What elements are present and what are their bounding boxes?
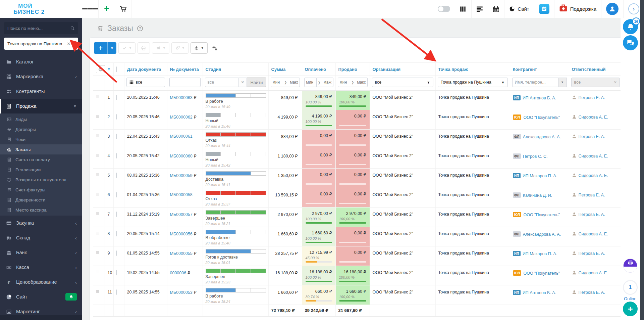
drag-handle-icon[interactable]: ≡ [96,94,99,100]
sidebar-item-склад[interactable]: Склад‹ [0,230,82,245]
contragent-link[interactable]: Калинина Д. И. [523,193,552,198]
sidebar-item-лиды[interactable]: Лиды [0,114,82,124]
contragent-link[interactable]: ИП Антонов Б. А. [523,96,556,100]
calendar-button[interactable] [488,0,504,18]
site-button[interactable]: Сайт [504,0,534,18]
row-checkbox[interactable] [116,270,117,275]
clear-icon[interactable]: ✕ [66,38,72,50]
cart-button[interactable] [115,0,131,18]
responsible-link[interactable]: Петрова Е. А. [579,212,605,217]
table-row[interactable]: ≡420.05.2025 15:42МБ0000060₽Новый20 мая … [93,149,622,169]
chat-button[interactable] [623,35,638,50]
menu-search[interactable] [4,22,78,34]
sidebar-item-договоры[interactable]: Договоры [0,124,82,134]
doc-number-link[interactable]: МБ0000057 [170,212,193,217]
help-icon[interactable]: ? [137,25,143,32]
sidebar-item-контрагенты[interactable]: Контрагенты [0,84,82,99]
point-filter-select[interactable]: Точка продаж на Пушкина▼ [438,78,508,87]
find-button[interactable]: Найти [247,78,266,87]
col-header-sum[interactable]: Сумма [268,63,302,76]
sidebar-item-закупка[interactable]: Закупка‹ [0,216,82,230]
sidebar-item-чеки[interactable]: Чеки [0,134,82,144]
contragent-dropdown-button[interactable]: ▼ [558,78,567,87]
sum-min-input[interactable] [271,78,283,87]
responsible-link[interactable]: Сидорова А. Е. [579,173,608,178]
online-count-widget[interactable]: 1 [623,280,638,295]
doc-number-link[interactable]: МБ0000058 [170,192,193,197]
table-row[interactable]: ≡601.04.2025 15:36МБ0000058Отказ20 мая в… [93,188,622,208]
trash-icon[interactable] [97,25,104,32]
table-row[interactable]: ≡901.05.2025 14:55МБ0000055₽Готов к дост… [93,246,622,266]
profile-button[interactable] [601,0,623,18]
col-header-org[interactable]: Организация [370,63,435,76]
print-button[interactable] [138,42,150,54]
responsible-link[interactable]: Петрова Е. А. [579,95,605,100]
col-header-date[interactable]: Дата документа [124,63,167,76]
menu-toggle-button[interactable] [82,0,99,18]
date-filter[interactable]: все [126,78,165,87]
sidebar-item-доверенности[interactable]: Доверенности [0,195,82,205]
contragent-link[interactable]: ИП Макаров П. А. [523,252,557,256]
contragent-link[interactable]: Александрова А. А. [523,232,561,237]
row-checkbox[interactable] [116,231,117,236]
theme-toggle[interactable] [433,0,455,18]
doc-number-link[interactable]: МБ0000053 [170,290,193,295]
contragent-filter-input[interactable] [512,78,558,87]
drag-handle-icon[interactable]: ≡ [96,152,99,158]
row-checkbox[interactable] [116,289,117,295]
drag-handle-icon[interactable]: ≡ [96,211,99,217]
table-row[interactable]: ≡120.05.2025 15:46МБ0000063₽В работе20 м… [93,91,622,110]
floating-add-button[interactable]: + [623,302,638,316]
doc-number-link[interactable]: МБ0000060 [170,154,193,158]
col-header-sold[interactable]: Продано [335,63,370,76]
attach-button[interactable]: ▼ [171,42,189,54]
row-checkbox[interactable] [116,134,117,139]
add-order-button[interactable]: + [94,42,107,54]
send-button[interactable]: ▼ [152,42,169,54]
row-checkbox[interactable] [116,114,117,120]
doc-number-link[interactable]: 0000006 [170,271,186,275]
select-all-checkbox[interactable] [116,66,117,72]
contragent-link[interactable]: ИП Макаров П. А. [523,174,557,178]
responsible-link[interactable]: Петрова Е. А. [579,251,605,256]
visitors-widget[interactable] [623,259,637,273]
support-button[interactable]: Поддержка [554,0,601,18]
responsible-link[interactable]: Сидорова А. Е. [579,232,608,236]
contragent-link[interactable]: ООО "Покупатель" [523,271,560,276]
row-checkbox[interactable] [116,250,117,256]
doc-number-filter-input[interactable] [169,78,201,87]
col-header-doc[interactable]: № документа [167,63,203,76]
contragent-link[interactable]: Александрова А. А. [523,135,561,139]
table-row[interactable]: ≡731.12.2024 15:19МБ0000057₽Завершен20 м… [93,208,622,227]
table-row[interactable]: ≡220.05.2025 15:46МБ0000062₽Новый20 мая … [93,110,622,130]
responsible-link[interactable]: Петрова Е. А. [579,290,605,295]
sales-point-select[interactable]: Точка продаж на Пушкина ✕ ▼ [4,38,78,50]
col-header-responsible[interactable]: Ответственный [569,63,622,76]
sidebar-item-счет-фактуры[interactable]: Счет-фактуры [0,185,82,195]
table-row[interactable]: ≡322.04.2025 15:43МБ0000061Отказ20 мая в… [93,130,622,149]
drag-handle-icon[interactable]: ≡ [96,230,99,236]
contragent-link[interactable]: ООО "Покупатель" [523,115,560,120]
sidebar-item-ценообразование[interactable]: ₽Ценообразование‹ [0,275,82,289]
row-checkbox[interactable] [116,173,117,178]
table-row[interactable]: ≡1120.05.2025 14:55МБ0000053₽В работе20 … [93,285,622,305]
col-header-contragent[interactable]: Контрагент [510,63,569,76]
paid-min-input[interactable] [304,78,317,87]
drag-handle-icon[interactable]: ≡ [96,269,99,275]
responsible-filter[interactable]: все✕ [571,78,620,87]
doc-number-link[interactable]: МБ0000062 [170,115,193,120]
paid-max-input[interactable] [322,78,333,87]
row-checkbox[interactable] [116,95,117,100]
caret-down-icon[interactable]: ▼ [72,38,78,50]
sidebar-item-возвраты-от-покупателя[interactable]: Возвраты от покупателя [0,175,82,185]
sidebar-item-место-кассира[interactable]: Место кассира [0,205,82,215]
sidebar-item-маркировка[interactable]: Маркировка‹ [0,69,82,84]
sidebar-item-заказы[interactable]: Заказы [0,144,82,154]
stage-clear-button[interactable]: ✕ [238,78,247,87]
row-checkbox[interactable] [116,192,117,197]
row-checkbox[interactable] [116,153,117,158]
sum-max-input[interactable] [288,78,300,87]
sidebar-item-касса[interactable]: Касса‹ [0,260,82,275]
responsible-link[interactable]: Петрова Е. А. [579,134,605,139]
drag-handle-icon[interactable]: ≡ [96,113,99,120]
